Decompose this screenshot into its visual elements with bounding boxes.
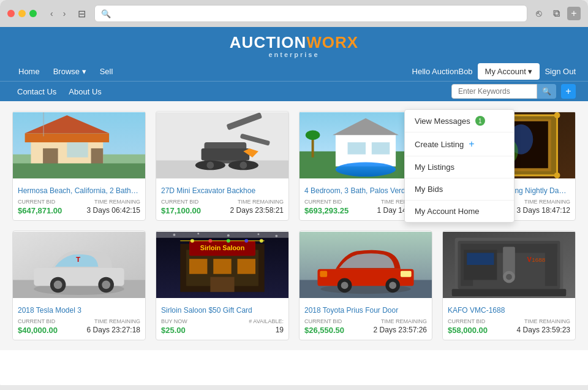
forward-button[interactable]: › [59,7,70,20]
bid-amount-house2: $693,293.25 [304,206,349,215]
listing-card-excavator: 27D Mini Excavator Backhoe CURRENT BID $… [156,111,289,221]
site-wrapper: AUCTIONWORX enterprise Home Browse ▾ Sel… [0,27,588,385]
bid-label-excavator: CURRENT BID [161,199,201,205]
minimize-button[interactable] [18,10,26,17]
account-home-label: My Account Home [415,207,480,216]
listing-card-cnc: V 1688 KAFO VMC-1688 CURRENT BID $58,000… [442,231,576,340]
svg-rect-96 [452,289,567,296]
listing-card-prius: 2018 Toyota Prius Four Door CURRENT BID … [299,231,432,340]
svg-rect-3 [25,133,109,142]
svg-point-69 [197,232,199,234]
nav-left: Home Browse ▾ Sell [12,62,412,81]
buy-now-amount-saloon: $25.00 [161,326,187,335]
listing-card-tesla: T 2018 Tesla Model 3 CURRENT BID $40,000… [12,231,146,340]
available-label-saloon: # AVAILABLE: [249,318,284,324]
svg-point-91 [506,274,512,280]
time-value-excavator: 2 Days 23:58:21 [230,206,284,215]
svg-point-80 [341,281,349,289]
svg-rect-60 [210,277,234,292]
share-button[interactable]: ⎋ [532,7,546,20]
logo-auction: AUCTION [230,33,306,52]
listing-title-saloon[interactable]: Sirloin Saloon $50 Gift Card [161,306,284,315]
bid-label-prius: CURRENT BID [304,318,344,324]
sign-out-button[interactable]: Sign Out [545,67,576,76]
svg-rect-26 [372,142,390,155]
svg-rect-57 [189,259,207,274]
svg-point-64 [227,239,230,243]
svg-point-48 [54,281,62,289]
maximize-button[interactable] [29,10,37,17]
time-value-tesla: 6 Days 23:27:18 [87,326,140,334]
svg-rect-78 [320,271,327,277]
browser-chrome: ‹ › ⊟ 🔍 ⎋ ⧉ + [0,0,588,27]
listing-info-tesla: 2018 Tesla Model 3 CURRENT BID $40,000.0… [13,301,145,340]
address-bar[interactable]: 🔍 [94,5,527,22]
svg-rect-59 [238,259,255,274]
listing-info-saloon: Sirloin Saloon $50 Gift Card BUY NOW $25… [156,301,288,340]
svg-point-72 [275,235,277,237]
time-label-cnc: TIME REMAINING [517,318,570,324]
dropdown-my-bids[interactable]: My Bids [405,178,514,201]
nav-about-us[interactable]: About Us [64,85,106,99]
bid-label-house2: CURRENT BID [304,199,349,205]
svg-text:1688: 1688 [532,256,545,263]
bid-amount-house1: $647,871.00 [18,206,62,215]
listing-title-tesla[interactable]: 2018 Tesla Model 3 [18,306,140,315]
nav-home[interactable]: Home [12,62,46,81]
create-listing-label: Create Listing [415,140,464,149]
dropdown-menu: View Messages 1 Create Listing + My List… [404,109,514,223]
search-button[interactable]: 🔍 [537,84,556,99]
my-listings-label: My Listings [415,162,454,172]
dropdown-create-listing[interactable]: Create Listing + [405,132,514,156]
listing-title-cnc[interactable]: KAFO VMC-1688 [448,306,570,315]
nav-bar: Home Browse ▾ Sell Hello AuctionBob My A… [0,62,588,81]
svg-rect-6 [67,142,88,158]
nav-contact-us[interactable]: Contact Us [12,85,61,99]
listing-info-prius: 2018 Toyota Prius Four Door CURRENT BID … [300,301,432,340]
svg-text:V: V [527,256,532,263]
listing-image-tesla: T [13,231,145,299]
time-label-house1: TIME REMAINING [87,199,140,205]
dropdown-my-listings[interactable]: My Listings [405,156,514,178]
nav-browse[interactable]: Browse ▾ [47,62,92,81]
close-button[interactable] [7,10,15,17]
time-label-excavator: TIME REMAINING [230,199,284,205]
listing-card-house1: Hermosa Beach, California, 2 Bath, 4 B..… [12,111,146,221]
bid-amount-excavator: $17,100.00 [161,206,201,215]
listing-image-cnc: V 1688 [443,231,575,299]
back-button[interactable]: ‹ [47,7,57,20]
my-account-button[interactable]: My Account ▾ [478,63,540,80]
add-listing-button[interactable]: + [561,84,576,99]
dropdown-view-messages[interactable]: View Messages 1 [405,110,514,132]
svg-point-40 [554,112,560,118]
listing-info-cnc: KAFO VMC-1688 CURRENT BID $58,000.00 TIM… [443,301,575,340]
svg-text:T: T [76,255,81,263]
keyword-search-input[interactable] [451,84,537,99]
listing-title-house1[interactable]: Hermosa Beach, California, 2 Bath, 4 B..… [18,186,140,195]
time-value-prius: 2 Days 23:57:26 [374,326,427,334]
listing-title-excavator[interactable]: 27D Mini Excavator Backhoe [161,186,284,195]
time-value-cnc: 4 Days 23:59:23 [517,326,570,334]
search-icon: 🔍 [101,9,111,18]
svg-point-42 [554,172,560,178]
time-label-tesla: TIME REMAINING [87,318,140,324]
svg-point-20 [239,162,247,169]
time-value-house1: 3 Days 06:42:15 [87,206,140,215]
svg-point-19 [206,162,214,169]
new-tab-button[interactable]: + [567,7,581,20]
buy-now-label-saloon: BUY NOW [161,318,187,324]
logo: AUCTIONWORX enterprise [0,33,588,58]
sidebar-button[interactable]: ⊟ [74,7,89,21]
bid-amount-tesla: $40,000.00 [18,326,58,335]
nav-sell[interactable]: Sell [94,62,119,81]
listing-title-prius[interactable]: 2018 Toyota Prius Four Door [304,306,427,315]
svg-point-65 [244,239,248,243]
listing-info-house1: Hermosa Beach, California, 2 Bath, 4 B..… [13,182,145,220]
svg-point-66 [260,239,263,243]
bid-amount-cnc: $58,000.00 [448,326,488,335]
svg-rect-9 [43,112,44,136]
time-value-painting: 3 Days 18:47:12 [517,206,570,215]
tabs-button[interactable]: ⧉ [549,7,564,20]
messages-badge: 1 [475,116,485,126]
dropdown-account-home[interactable]: My Account Home [405,201,514,222]
